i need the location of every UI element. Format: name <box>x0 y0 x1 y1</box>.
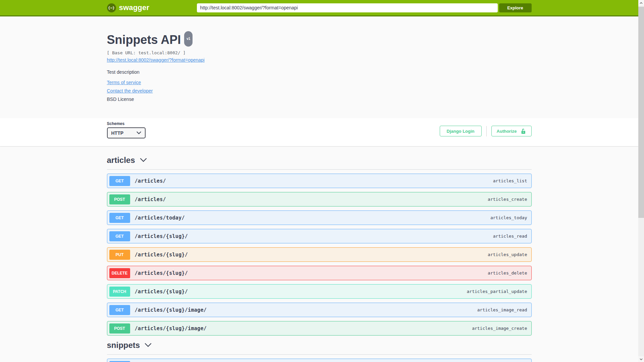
scrollbar-up-button[interactable] <box>638 0 644 6</box>
terms-of-service-link[interactable]: Terms of service <box>107 80 141 85</box>
method-badge: DELETE <box>109 268 130 278</box>
operations-list: articles GET /articles/ articles_list PO… <box>107 146 532 362</box>
version-badge: v1 <box>184 31 193 47</box>
operation-path: /articles/{slug}/ <box>135 270 188 276</box>
method-badge: POST <box>109 323 130 334</box>
spec-url-input[interactable] <box>197 3 498 12</box>
spec-link[interactable]: http://test.local:8002/swagger/?format=o… <box>107 57 205 63</box>
operation-path: /articles/ <box>135 196 166 202</box>
explore-button[interactable]: Explore <box>499 3 532 12</box>
brand-link[interactable]: {⋯} swagger <box>107 3 150 12</box>
schemes-label: Schemes <box>107 121 146 126</box>
scheme-container: Schemes HTTP Django Login Authorize <box>0 118 638 146</box>
tag-header[interactable]: articles <box>107 155 532 170</box>
tag-name: articles <box>107 155 135 165</box>
chevron-down-icon <box>140 158 147 162</box>
method-badge: PUT <box>109 250 130 260</box>
page-title: Snippets APIv1 <box>107 33 532 49</box>
brand-name: swagger <box>119 3 150 12</box>
authorize-button[interactable]: Authorize <box>491 126 532 136</box>
contact-developer-link[interactable]: Contact the developer <box>107 88 153 94</box>
operation-path: /articles/{slug}/image/ <box>135 325 207 331</box>
chevron-down-icon <box>145 343 152 347</box>
tag-section-snippets: snippets GET /snippets/ snippets_list <box>107 340 532 362</box>
method-badge: POST <box>109 194 130 204</box>
operation-row[interactable]: GET /articles/ articles_list <box>107 174 532 188</box>
tag-header[interactable]: snippets <box>107 340 532 355</box>
operation-row[interactable]: GET /articles/{slug}/ articles_read <box>107 229 532 243</box>
chevron-down-icon <box>137 131 141 134</box>
api-info-section: Snippets APIv1 [ Base URL: test.local:80… <box>0 16 638 118</box>
operation-id: articles_partial_update <box>467 289 527 294</box>
method-badge: GET <box>109 231 130 241</box>
lock-open-icon <box>520 128 526 134</box>
api-description: Test description <box>107 69 532 75</box>
topbar: {⋯} swagger Explore <box>0 0 638 16</box>
operation-id: articles_list <box>493 178 527 183</box>
operation-path: /articles/{slug}/ <box>135 233 188 239</box>
operation-path: /articles/{slug}/image/ <box>135 307 207 313</box>
operation-id: articles_update <box>488 252 527 257</box>
scheme-selected-value: HTTP <box>111 130 124 136</box>
scrollbar-down-icon <box>640 358 643 360</box>
license-text: BSD License <box>107 97 532 102</box>
operation-row[interactable]: DELETE /articles/{slug}/ articles_delete <box>107 266 532 280</box>
method-badge: GET <box>109 176 130 186</box>
operation-id: articles_delete <box>488 270 527 276</box>
django-login-button[interactable]: Django Login <box>440 126 482 136</box>
operation-id: articles_create <box>488 197 527 202</box>
api-title-text: Snippets API <box>107 33 181 47</box>
method-badge: PATCH <box>109 287 130 297</box>
tag-section-articles: articles GET /articles/ articles_list PO… <box>107 155 532 336</box>
schemes-block: Schemes HTTP <box>107 121 146 138</box>
operation-row[interactable]: GET /articles/{slug}/image/ articles_ima… <box>107 303 532 317</box>
base-url: [ Base URL: test.local:8002/ ] <box>107 50 532 55</box>
authorize-label: Authorize <box>497 129 517 134</box>
operation-row[interactable]: POST /articles/{slug}/image/ articles_im… <box>107 321 532 336</box>
operation-row[interactable]: PATCH /articles/{slug}/ articles_partial… <box>107 284 532 299</box>
scrollbar-down-button[interactable] <box>638 356 644 362</box>
operation-path: /articles/{slug}/ <box>135 289 188 295</box>
operation-path: /articles/{slug}/ <box>135 252 188 258</box>
operation-row[interactable]: PUT /articles/{slug}/ articles_update <box>107 247 532 262</box>
operation-row[interactable]: GET /snippets/ snippets_list <box>107 359 532 362</box>
operation-id: articles_read <box>493 234 527 239</box>
scheme-select[interactable]: HTTP <box>107 127 146 138</box>
operation-id: articles_image_read <box>477 307 527 312</box>
operation-path: /articles/ <box>135 178 166 184</box>
explore-form: Explore <box>197 3 532 12</box>
method-badge: GET <box>109 213 130 223</box>
scrollbar-thumb[interactable] <box>638 7 644 218</box>
swagger-logo-icon: {⋯} <box>107 3 116 12</box>
operation-id: articles_today <box>490 215 527 220</box>
scrollbar-up-icon <box>640 2 643 4</box>
operation-row[interactable]: GET /articles/today/ articles_today <box>107 210 532 225</box>
swagger-page: {⋯} swagger Explore Snippets APIv1 [ Bas… <box>0 0 638 362</box>
operation-path: /articles/today/ <box>135 215 185 221</box>
scrollbar[interactable] <box>638 0 644 362</box>
method-badge: GET <box>109 361 130 362</box>
operation-row[interactable]: POST /articles/ articles_create <box>107 192 532 206</box>
tag-name: snippets <box>107 340 140 350</box>
auth-divider <box>486 126 487 136</box>
method-badge: GET <box>109 305 130 315</box>
operation-id: articles_image_create <box>472 326 527 331</box>
auth-wrapper: Django Login Authorize <box>440 126 532 136</box>
